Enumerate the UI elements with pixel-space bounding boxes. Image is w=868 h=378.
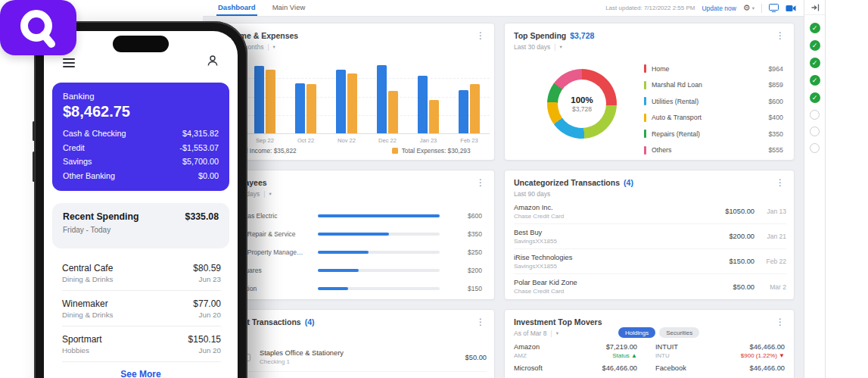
sync-pending-circle-icon[interactable]: [810, 110, 820, 120]
recent-spending-card[interactable]: Recent Spending $335.08 Friday - Today: [52, 203, 229, 248]
amount: $150.15: [188, 334, 221, 345]
account-row[interactable]: Savings$5,700.00: [63, 155, 219, 169]
video-camera-icon[interactable]: [786, 5, 796, 12]
legend-item-expenses: Total Expenses: $30,293: [392, 147, 471, 155]
transaction-row[interactable]: WinemakerDining & Drinks $77.00Jun 20: [62, 291, 221, 326]
account-row[interactable]: Other Banking$0.00: [63, 169, 219, 183]
top-spending-widget: Top Spending $3,728 ⋮ Last 30 days | ▾ 1…: [504, 23, 795, 161]
widget-menu-icon[interactable]: ⋮: [776, 317, 785, 327]
widget-header: Recent Transactions (4) ⋮: [214, 310, 494, 327]
movers-grid: AmazonAMZ $7,219.00Status ▲ INTUITINTU $…: [514, 343, 785, 372]
menu-icon[interactable]: [63, 58, 75, 70]
caret-down-icon[interactable]: ▾: [269, 191, 271, 197]
banking-summary-card[interactable]: Banking $8,462.75 Cash & Checking$4,315.…: [52, 83, 229, 191]
transaction-row[interactable]: Polar Bear Kid ZoneChase Credit Card $50…: [514, 274, 786, 299]
account-name: Chase Credit Card: [514, 213, 564, 220]
expenses-bar: [347, 73, 357, 133]
transaction-row[interactable]: Staples Office & StationeryChecking 1 $5…: [223, 343, 487, 372]
sync-complete-check-icon[interactable]: ✓: [810, 92, 820, 103]
legend-item[interactable]: Utilities (Rental)$600: [644, 93, 783, 110]
widget-menu-icon[interactable]: ⋮: [476, 30, 485, 41]
transaction-row[interactable]: Central CafeDining & Drinks $80.59Jun 23: [62, 255, 221, 291]
security-info: INTUITINTU: [655, 343, 678, 359]
legend-item[interactable]: Marshal Rd Loan$859: [644, 77, 783, 94]
legend-item[interactable]: Others$555: [644, 142, 783, 159]
see-more-link[interactable]: See More: [44, 369, 238, 378]
sync-complete-check-icon[interactable]: ✓: [810, 75, 820, 86]
transaction-row[interactable]: Dominos Pizzeria $200.00: [223, 372, 487, 378]
tab-main-view[interactable]: Main View: [271, 0, 307, 16]
amount: $150.00: [729, 258, 754, 265]
toggle-securities[interactable]: Securities: [659, 327, 699, 338]
range-selector[interactable]: As of Mar 8: [514, 330, 546, 337]
payee-bar-fill: [318, 214, 440, 217]
widget-menu-icon[interactable]: ⋮: [476, 317, 485, 327]
legend-item[interactable]: Auto & Transport$400: [644, 110, 783, 127]
caret-down-icon[interactable]: ▾: [559, 44, 562, 50]
settings-gear-icon[interactable]: ⚙▾: [743, 3, 754, 13]
account-row[interactable]: Credit-$1,553.07: [63, 141, 219, 155]
transaction-row[interactable]: Best BuySavingsXX1855 $200.00Jan 21: [514, 224, 786, 249]
change: Status ▲: [606, 352, 637, 359]
caret-down-icon: ▾: [752, 5, 754, 11]
legend-item[interactable]: Repairs (Rental)$350: [644, 126, 783, 142]
expenses-bar: [266, 70, 275, 133]
spending-donut-chart: 100% $3,728: [547, 69, 617, 139]
top-spending-total: $3,728: [570, 31, 594, 40]
range-row: Last 6 months | ▾: [214, 41, 494, 51]
account-name: SavingsXX1855: [514, 238, 557, 245]
payee-row[interactable]: Tuition$150: [214, 280, 494, 298]
bar-group: Sep 22: [244, 60, 285, 133]
ticker: AMZ: [514, 352, 540, 359]
caret-down-icon[interactable]: ▾: [556, 330, 558, 336]
sync-complete-check-icon[interactable]: ✓: [810, 23, 820, 33]
bar-group: Oct 22: [285, 60, 326, 133]
account-value: $5,700.00: [182, 155, 219, 169]
mover-cell[interactable]: Microsoft $46,466.00: [514, 364, 649, 372]
transaction-info: Best BuySavingsXX1855: [514, 229, 557, 245]
tab-dashboard[interactable]: Dashboard: [216, 0, 257, 16]
range-label: Last 90 days: [514, 190, 550, 198]
x-axis-label: Feb 23: [449, 137, 490, 144]
amount: $50.00: [733, 283, 754, 291]
widget-menu-icon[interactable]: ⋮: [776, 30, 785, 41]
account-row[interactable]: Cash & Checking$4,315.82: [63, 127, 219, 141]
mover-cell[interactable]: AmazonAMZ $7,219.00Status ▲: [514, 343, 649, 359]
payee-name: JR Property Management: [238, 248, 307, 256]
amount: $77.00: [193, 298, 221, 309]
date: Jan 21: [761, 233, 786, 240]
payee-row[interactable]: A1 Repair & Service$350: [214, 225, 494, 243]
caret-down-icon[interactable]: ▾: [273, 44, 275, 50]
x-axis-label: Oct 22: [285, 137, 326, 144]
sync-pending-circle-icon[interactable]: [810, 143, 820, 153]
widget-menu-icon[interactable]: ⋮: [776, 177, 785, 188]
sync-complete-check-icon[interactable]: ✓: [810, 58, 820, 68]
monitor-icon[interactable]: [769, 4, 779, 12]
investments-title: Investment Top Movers: [514, 317, 602, 326]
collapse-panel-icon[interactable]: [804, 0, 825, 15]
mover-cell[interactable]: Facebook $46,466.00: [649, 364, 785, 372]
transaction-info: WinemakerDining & Drinks: [62, 298, 114, 319]
transaction-row[interactable]: iRise TechnologiesSavingsXX1855 $150.00F…: [514, 249, 786, 274]
payee-row[interactable]: Squares$200: [214, 261, 494, 280]
legend-label: Home: [652, 65, 669, 73]
sync-pending-circle-icon[interactable]: [810, 127, 820, 136]
legend-item[interactable]: Home$964: [644, 61, 783, 77]
transaction-row[interactable]: SportmartHobbies $150.15Jun 20: [62, 326, 221, 362]
range-selector[interactable]: Last 30 days: [514, 43, 550, 51]
sync-complete-check-icon[interactable]: ✓: [810, 40, 820, 51]
payee-name: Central Cafe: [62, 263, 114, 273]
mover-cell[interactable]: INTUITINTU $46,466.00$900 (1.22%) ▼: [649, 343, 785, 359]
security-name: INTUIT: [655, 343, 678, 351]
uncategorized-title: Uncategorized Transactions: [514, 178, 620, 187]
update-now-link[interactable]: Update now: [702, 5, 736, 12]
payee-row[interactable]: JR Property Management$250: [214, 243, 494, 261]
payee-amount: $600: [452, 212, 482, 220]
widget-menu-icon[interactable]: ⋮: [476, 177, 485, 188]
chart-legend: Total Income: $35,822 Total Expenses: $3…: [225, 147, 471, 155]
toggle-holdings[interactable]: Holdings: [618, 327, 655, 338]
profile-icon[interactable]: [206, 54, 219, 70]
payee-row[interactable]: Texas Electric$600: [214, 207, 494, 225]
income-bar: [336, 70, 346, 133]
transaction-row[interactable]: Amazon Inc.Chase Credit Card $1050.00Jan…: [514, 199, 786, 224]
